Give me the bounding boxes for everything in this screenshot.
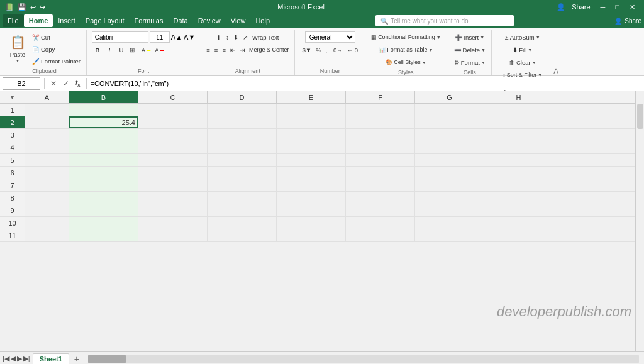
row-number-9[interactable]: 9 bbox=[0, 204, 25, 216]
cell-E4[interactable] bbox=[277, 141, 346, 153]
decrease-font-button[interactable]: A▼ bbox=[184, 33, 195, 41]
share-ribbon-button[interactable]: Share bbox=[625, 18, 641, 25]
number-format-select[interactable]: General bbox=[305, 31, 355, 43]
cell-D3[interactable] bbox=[208, 129, 277, 141]
cell-F10[interactable] bbox=[346, 217, 415, 229]
col-header-g[interactable]: G bbox=[415, 91, 484, 103]
h-scroll-thumb[interactable] bbox=[88, 355, 126, 363]
cell-C2[interactable] bbox=[138, 116, 208, 128]
menu-help[interactable]: Help bbox=[250, 14, 275, 27]
cell-H11[interactable] bbox=[484, 229, 553, 241]
insert-cells-button[interactable]: ➕ Insert ▼ bbox=[453, 31, 486, 43]
row-number-5[interactable]: 5 bbox=[0, 154, 25, 166]
currency-button[interactable]: $▼ bbox=[300, 44, 313, 55]
decrease-indent-button[interactable]: ⇤ bbox=[228, 44, 237, 55]
cell-G4[interactable] bbox=[415, 141, 484, 153]
cell-D4[interactable] bbox=[208, 141, 277, 153]
menu-file[interactable]: File bbox=[3, 14, 24, 27]
comma-button[interactable]: , bbox=[324, 44, 330, 55]
cell-C6[interactable] bbox=[138, 167, 208, 179]
cell-D6[interactable] bbox=[208, 167, 277, 179]
align-right-button[interactable]: ≡ bbox=[220, 44, 228, 55]
menu-review[interactable]: Review bbox=[193, 14, 226, 27]
cell-B10[interactable] bbox=[69, 217, 138, 229]
format-as-table-button[interactable]: 📊 Format as Table ▼ bbox=[377, 44, 435, 55]
cell-A8[interactable] bbox=[25, 192, 69, 204]
cell-H3[interactable] bbox=[484, 129, 553, 141]
cell-F5[interactable] bbox=[346, 154, 415, 166]
increase-decimal-button[interactable]: .0→ bbox=[330, 44, 344, 55]
row-number-6[interactable]: 6 bbox=[0, 167, 25, 179]
col-header-d[interactable]: D bbox=[208, 91, 277, 103]
next-sheet-button[interactable]: ▶ bbox=[17, 355, 22, 363]
cell-B9[interactable] bbox=[69, 204, 138, 216]
cell-D1[interactable] bbox=[208, 104, 277, 116]
cell-F3[interactable] bbox=[346, 129, 415, 141]
cell-G10[interactable] bbox=[415, 217, 484, 229]
format-painter-button[interactable]: 🖌️ Format Painter bbox=[30, 55, 82, 67]
menu-data[interactable]: Data bbox=[168, 14, 192, 27]
font-size-input[interactable] bbox=[150, 31, 170, 43]
increase-font-button[interactable]: A▲ bbox=[171, 33, 182, 41]
decrease-decimal-button[interactable]: ←.0 bbox=[345, 44, 360, 55]
cell-A4[interactable] bbox=[25, 141, 69, 153]
cell-C1[interactable] bbox=[138, 104, 208, 116]
font-name-input[interactable] bbox=[92, 31, 148, 43]
menu-insert[interactable]: Insert bbox=[53, 14, 80, 27]
horizontal-scrollbar[interactable] bbox=[88, 355, 639, 363]
menu-view[interactable]: View bbox=[226, 14, 251, 27]
col-header-h[interactable]: H bbox=[484, 91, 553, 103]
percent-button[interactable]: % bbox=[314, 44, 323, 55]
cell-G9[interactable] bbox=[415, 204, 484, 216]
cell-G8[interactable] bbox=[415, 192, 484, 204]
col-header-e[interactable]: E bbox=[277, 91, 346, 103]
fill-button[interactable]: ⬇ Fill ▼ bbox=[511, 44, 534, 55]
cell-G3[interactable] bbox=[415, 129, 484, 141]
cell-H1[interactable] bbox=[484, 104, 553, 116]
cell-F1[interactable] bbox=[346, 104, 415, 116]
cell-A9[interactable] bbox=[25, 204, 69, 216]
row-number-1[interactable]: 1 bbox=[0, 104, 25, 116]
cell-B5[interactable] bbox=[69, 154, 138, 166]
restore-button[interactable]: □ bbox=[611, 3, 623, 11]
menu-page-layout[interactable]: Page Layout bbox=[80, 14, 130, 27]
format-cells-button[interactable]: ⚙ Format ▼ bbox=[452, 57, 487, 68]
cell-F7[interactable] bbox=[346, 179, 415, 191]
paste-button[interactable]: 📋 Paste ▼ bbox=[6, 31, 29, 67]
cell-A10[interactable] bbox=[25, 217, 69, 229]
select-all-button[interactable]: ▼ bbox=[9, 94, 15, 101]
col-header-b[interactable]: B bbox=[69, 91, 138, 103]
cell-E8[interactable] bbox=[277, 192, 346, 204]
cut-button[interactable]: ✂️ Cut bbox=[30, 31, 82, 43]
cell-C4[interactable] bbox=[138, 141, 208, 153]
cell-C9[interactable] bbox=[138, 204, 208, 216]
add-sheet-button[interactable]: + bbox=[70, 353, 83, 365]
fill-color-button[interactable]: A▬ bbox=[140, 44, 152, 55]
cell-A5[interactable] bbox=[25, 154, 69, 166]
cell-H2[interactable] bbox=[484, 116, 553, 128]
italic-button[interactable]: I bbox=[104, 44, 115, 55]
cell-F8[interactable] bbox=[346, 192, 415, 204]
cell-A1[interactable] bbox=[25, 104, 69, 116]
row-number-7[interactable]: 7 bbox=[0, 179, 25, 191]
cell-C10[interactable] bbox=[138, 217, 208, 229]
cell-E5[interactable] bbox=[277, 154, 346, 166]
cell-E11[interactable] bbox=[277, 229, 346, 241]
cell-G5[interactable] bbox=[415, 154, 484, 166]
wrap-text-button[interactable]: Wrap Text bbox=[250, 31, 280, 43]
cell-H6[interactable] bbox=[484, 167, 553, 179]
cell-E1[interactable] bbox=[277, 104, 346, 116]
cell-A3[interactable] bbox=[25, 129, 69, 141]
formula-input[interactable] bbox=[91, 77, 641, 90]
cell-D7[interactable] bbox=[208, 179, 277, 191]
col-header-a[interactable]: A bbox=[25, 91, 69, 103]
cell-G11[interactable] bbox=[415, 229, 484, 241]
conditional-formatting-button[interactable]: ▦ Conditional Formatting ▼ bbox=[369, 31, 442, 43]
row-number-8[interactable]: 8 bbox=[0, 192, 25, 204]
quick-access-save[interactable]: 💾 bbox=[18, 3, 26, 11]
share-button[interactable]: Share bbox=[568, 3, 594, 11]
close-button[interactable]: ✕ bbox=[626, 3, 639, 11]
cell-H5[interactable] bbox=[484, 154, 553, 166]
confirm-formula-button[interactable]: ✓ bbox=[61, 79, 71, 88]
cell-B3[interactable] bbox=[69, 129, 138, 141]
